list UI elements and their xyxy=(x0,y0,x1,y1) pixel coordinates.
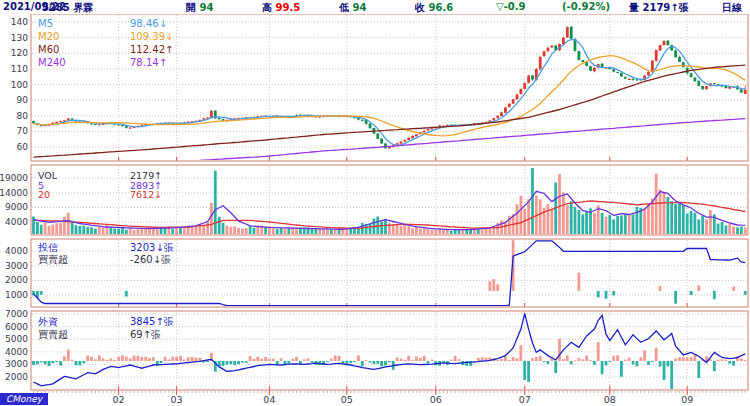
header-high-value: 99.5 xyxy=(275,2,300,13)
legend-row: M20109.39↓ xyxy=(38,30,173,43)
header-low-label: 低 xyxy=(339,2,352,13)
legend-label: M5 xyxy=(38,17,130,30)
legend-label: 5 xyxy=(38,181,130,191)
legend-value: 7612↓ xyxy=(130,189,162,200)
foreign-legend: 外資3845↑張買賣超69↑張 xyxy=(38,315,174,341)
y-tick-label: 3000 xyxy=(5,261,28,271)
legend-value: 112.42↑ xyxy=(130,44,173,55)
quote-header: 2021/09/225285 界霖開 94高 99.5低 94收 96.6▽-0… xyxy=(0,0,750,14)
legend-row: M60112.42↑ xyxy=(38,43,173,56)
y-tick-label: 3000 xyxy=(5,359,28,369)
month-label: 08 xyxy=(604,394,616,405)
header-open-value: 94 xyxy=(199,2,213,13)
header-low: 低 94 xyxy=(339,1,366,15)
y-tick-label: 2000 xyxy=(5,372,28,382)
header-low-value: 94 xyxy=(352,2,366,13)
legend-row: 買賣超69↑張 xyxy=(38,328,174,341)
legend-value: 3203↓張 xyxy=(130,242,174,253)
legend-label: M60 xyxy=(38,43,130,56)
y-tick-label: 130 xyxy=(11,33,28,43)
y-tick-label: 7000 xyxy=(5,309,28,319)
header-stock: 5285 界霖 xyxy=(42,1,93,15)
y-tick-label: 140 xyxy=(11,17,28,27)
legend-label: 外資 xyxy=(38,315,130,328)
legend-value: 78.14↑ xyxy=(130,57,167,68)
legend-row: 207612↓ xyxy=(38,190,162,200)
month-label: 07 xyxy=(519,394,531,405)
y-tick-label: 4000 xyxy=(5,217,28,227)
y-tick-label: 14000 xyxy=(0,188,28,198)
header-volume-value: 2179↑張 xyxy=(642,2,688,13)
legend-label: 買賣超 xyxy=(38,254,130,266)
legend-value: 69↑張 xyxy=(130,329,161,340)
header-period[interactable]: 日線 xyxy=(722,1,742,15)
legend-row: 外資3845↑張 xyxy=(38,315,174,328)
volume-legend: VOL2179↑52893↑207612↓ xyxy=(38,171,162,200)
month-label: 02 xyxy=(113,394,125,405)
header-close-value: 96.6 xyxy=(428,2,453,13)
legend-label: M240 xyxy=(38,56,130,69)
y-tick-label: 120 xyxy=(11,48,28,58)
legend-label: 買賣超 xyxy=(38,328,130,341)
y-tick-label: 4000 xyxy=(5,246,28,256)
month-label: 06 xyxy=(430,394,442,405)
legend-row: 投信3203↓張 xyxy=(38,242,174,254)
y-tick-label: 2000 xyxy=(5,275,28,285)
y-tick-label: 70 xyxy=(17,126,29,136)
header-volume-label: 量 xyxy=(629,2,642,13)
y-tick-label: 60 xyxy=(17,142,29,152)
header-high-label: 高 xyxy=(262,2,275,13)
legend-label: VOL xyxy=(38,171,130,181)
invest-trust-legend: 投信3203↓張買賣超-260↓張 xyxy=(38,242,174,266)
month-label: 05 xyxy=(341,394,353,405)
y-tick-label: 19000 xyxy=(0,173,28,183)
y-tick-label: 110 xyxy=(11,64,28,74)
legend-row: M24078.14↑ xyxy=(38,56,173,69)
header-change: ▽-0.9 xyxy=(496,1,526,12)
y-tick-label: 100 xyxy=(11,80,28,90)
header-close-label: 收 xyxy=(415,2,428,13)
legend-row: 買賣超-260↓張 xyxy=(38,254,174,266)
month-label: 03 xyxy=(171,394,183,405)
legend-value: 98.46↓ xyxy=(130,18,167,29)
y-tick-label: 1000 xyxy=(5,290,28,300)
y-tick-label: 90 xyxy=(17,95,29,105)
y-tick-label: 80 xyxy=(17,111,29,121)
month-label: 09 xyxy=(681,394,693,405)
header-change-pct: (-0.92%) xyxy=(562,1,610,12)
legend-label: 投信 xyxy=(38,242,130,254)
legend-value: -260↓張 xyxy=(130,254,171,265)
legend-row: M598.46↓ xyxy=(38,17,173,30)
header-open-label: 開 xyxy=(186,2,199,13)
y-tick-label: 4000 xyxy=(5,347,28,357)
y-tick-label: 9000 xyxy=(5,202,28,212)
y-tick-label: 6000 xyxy=(5,322,28,332)
y-tick-label: 5000 xyxy=(5,334,28,344)
price-ma-legend: M598.46↓M20109.39↓M60112.42↑M24078.14↑ xyxy=(38,17,173,69)
header-high: 高 99.5 xyxy=(262,1,300,15)
legend-value: 3845↑張 xyxy=(130,316,174,327)
header-open: 開 94 xyxy=(186,1,213,15)
month-label: 04 xyxy=(263,394,275,405)
time-axis: 0203040506070809 xyxy=(34,390,746,405)
legend-label: M20 xyxy=(38,30,130,43)
legend-value: 109.39↓ xyxy=(130,31,173,42)
header-close: 收 96.6 xyxy=(415,1,453,15)
legend-label: 20 xyxy=(38,190,130,200)
cmoney-logo: CMoney xyxy=(0,393,48,405)
header-volume: 量 2179↑張 xyxy=(629,1,689,15)
